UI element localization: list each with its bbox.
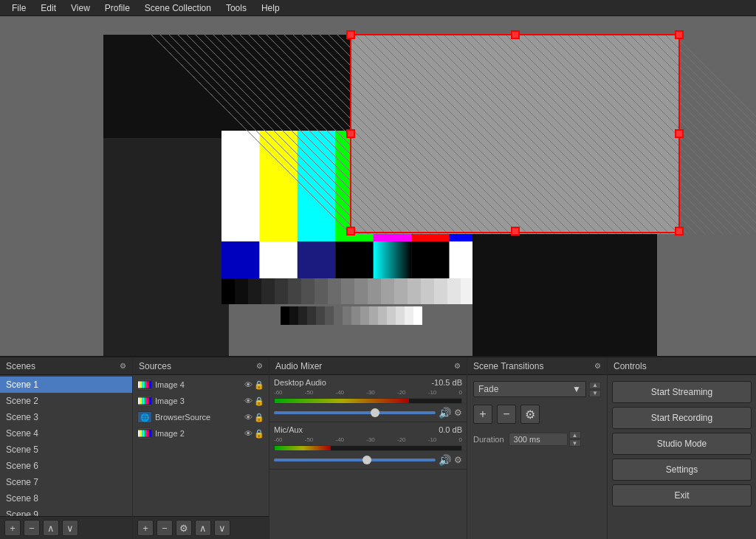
desktop-audio-fader-knob[interactable] <box>371 408 379 417</box>
menu-file[interactable]: File <box>4 1 33 15</box>
svg-rect-22 <box>148 430 150 437</box>
duration-value[interactable]: 300 ms <box>509 433 568 446</box>
mic-aux-mute-icon[interactable]: 🔊 <box>439 454 451 466</box>
remove-source-button[interactable]: − <box>157 520 173 536</box>
source-visibility-icon-3[interactable]: 👁 <box>244 429 252 438</box>
settings-button[interactable]: Settings <box>612 459 752 481</box>
source-name-1: Image 3 <box>155 396 241 405</box>
desktop-audio-channel: Desktop Audio -10.5 dB -60-50-40-30-20-1… <box>269 375 467 422</box>
desktop-audio-mute-icon[interactable]: 🔊 <box>439 407 451 419</box>
scene-item-3[interactable]: Scene 4 <box>0 425 132 442</box>
mic-aux-fader[interactable] <box>274 459 436 461</box>
scene-item-5[interactable]: Scene 6 <box>0 458 132 474</box>
bottom-panel: Scenes ⚙ Scene 1Scene 2Scene 3Scene 4Sce… <box>0 356 756 539</box>
menu-scene-collection[interactable]: Scene Collection <box>137 1 219 15</box>
studio-mode-button[interactable]: Studio Mode <box>612 433 752 455</box>
scene-item-0[interactable]: Scene 1 <box>0 377 132 393</box>
scene-item-6[interactable]: Scene 7 <box>0 474 132 490</box>
controls-header: Controls <box>608 357 756 375</box>
svg-rect-20 <box>144 430 145 437</box>
scene-item-2[interactable]: Scene 3 <box>0 409 132 425</box>
svg-rect-15 <box>149 398 151 405</box>
svg-rect-23 <box>149 430 151 437</box>
source-lock-icon-3[interactable]: 🔒 <box>254 429 264 439</box>
menu-help[interactable]: Help <box>254 1 287 15</box>
transition-type-arrow: ▼ <box>572 384 581 394</box>
transition-settings-button[interactable]: ⚙ <box>520 405 540 424</box>
source-name-3: Image 2 <box>155 429 241 438</box>
move-source-down-button[interactable]: ∨ <box>214 520 230 536</box>
move-source-up-button[interactable]: ∧ <box>195 520 211 536</box>
svg-rect-9 <box>138 398 140 405</box>
scene-item-8[interactable]: Scene 9 <box>0 507 132 516</box>
add-source-button[interactable]: + <box>137 520 154 536</box>
scene-list: Scene 1Scene 2Scene 3Scene 4Scene 5Scene… <box>0 375 132 516</box>
preview-canvas <box>0 16 756 356</box>
transitions-config-icon[interactable]: ⚙ <box>594 362 601 370</box>
scenes-config-icon[interactable]: ⚙ <box>120 362 126 370</box>
audio-config-icon[interactable]: ⚙ <box>454 362 461 370</box>
mic-aux-settings-icon[interactable]: ⚙ <box>454 455 462 465</box>
desktop-audio-controls: 🔊 ⚙ <box>274 407 462 419</box>
source-visibility-icon-2[interactable]: 👁 <box>244 413 252 422</box>
menu-view[interactable]: View <box>63 1 97 15</box>
move-scene-down-button[interactable]: ∨ <box>62 520 78 536</box>
desktop-audio-fader[interactable] <box>274 411 436 414</box>
source-item-1[interactable]: Image 3👁🔒 <box>133 393 269 409</box>
remove-transition-button[interactable]: − <box>497 405 516 424</box>
source-icons-1: 👁🔒 <box>244 396 264 406</box>
add-scene-button[interactable]: + <box>4 520 21 536</box>
source-lock-icon-2[interactable]: 🔒 <box>254 413 264 422</box>
scenes-panel: Scenes ⚙ Scene 1Scene 2Scene 3Scene 4Sce… <box>0 357 133 539</box>
transition-type-select[interactable]: Fade ▼ <box>473 381 586 397</box>
svg-rect-18 <box>140 430 142 437</box>
svg-rect-21 <box>145 430 148 437</box>
source-item-2[interactable]: 🌐BrowserSource👁🔒 <box>133 409 269 425</box>
svg-rect-10 <box>140 398 142 405</box>
source-thumb-2: 🌐 <box>137 411 152 423</box>
source-item-0[interactable]: Image 4👁🔒 <box>133 377 269 393</box>
svg-rect-11 <box>142 398 144 405</box>
preview-area <box>0 16 756 356</box>
duration-row: Duration 300 ms ▲ ▼ <box>473 431 601 447</box>
duration-spin-up[interactable]: ▲ <box>569 431 581 439</box>
source-lock-icon-1[interactable]: 🔒 <box>254 396 264 406</box>
start-streaming-button[interactable]: Start Streaming <box>612 381 752 403</box>
duration-spin-down[interactable]: ▼ <box>569 439 581 447</box>
sources-config-icon[interactable]: ⚙ <box>256 362 263 370</box>
mic-aux-meter-labels: -60-50-40-30-20-100 <box>274 436 462 443</box>
controls-content: Start StreamingStart RecordingStudio Mod… <box>608 375 756 512</box>
source-item-3[interactable]: Image 2👁🔒 <box>133 425 269 442</box>
menu-profile[interactable]: Profile <box>97 1 137 15</box>
svg-rect-2 <box>140 382 142 388</box>
duration-label: Duration <box>473 435 504 444</box>
transition-spin-up[interactable]: ▲ <box>589 382 601 389</box>
source-visibility-icon-0[interactable]: 👁 <box>244 380 252 389</box>
transition-spin-down[interactable]: ▼ <box>589 390 601 397</box>
scene-item-7[interactable]: Scene 8 <box>0 490 132 507</box>
exit-button[interactable]: Exit <box>612 484 752 507</box>
menu-edit[interactable]: Edit <box>33 1 63 15</box>
svg-rect-6 <box>148 382 150 388</box>
desktop-audio-settings-icon[interactable]: ⚙ <box>454 408 462 418</box>
mic-aux-fader-knob[interactable] <box>362 456 371 464</box>
move-scene-up-button[interactable]: ∧ <box>43 520 59 536</box>
transitions-header: Scene Transitions ⚙ <box>467 357 607 375</box>
scene-item-4[interactable]: Scene 5 <box>0 442 132 458</box>
scenes-footer: + − ∧ ∨ <box>0 516 132 539</box>
source-thumb-1 <box>137 395 152 407</box>
remove-scene-button[interactable]: − <box>24 520 40 536</box>
transition-type-value: Fade <box>478 384 498 394</box>
svg-rect-3 <box>142 382 144 388</box>
source-visibility-icon-1[interactable]: 👁 <box>244 396 252 405</box>
svg-rect-4 <box>144 382 145 388</box>
transitions-title: Scene Transitions <box>473 361 543 371</box>
start-recording-button[interactable]: Start Recording <box>612 407 752 429</box>
transition-buttons: + − ⚙ <box>473 405 601 424</box>
mic-aux-controls: 🔊 ⚙ <box>274 454 462 466</box>
scene-item-1[interactable]: Scene 2 <box>0 393 132 409</box>
menu-tools[interactable]: Tools <box>219 1 254 15</box>
source-lock-icon-0[interactable]: 🔒 <box>254 380 264 390</box>
add-transition-button[interactable]: + <box>473 405 492 424</box>
source-settings-button[interactable]: ⚙ <box>176 520 192 536</box>
